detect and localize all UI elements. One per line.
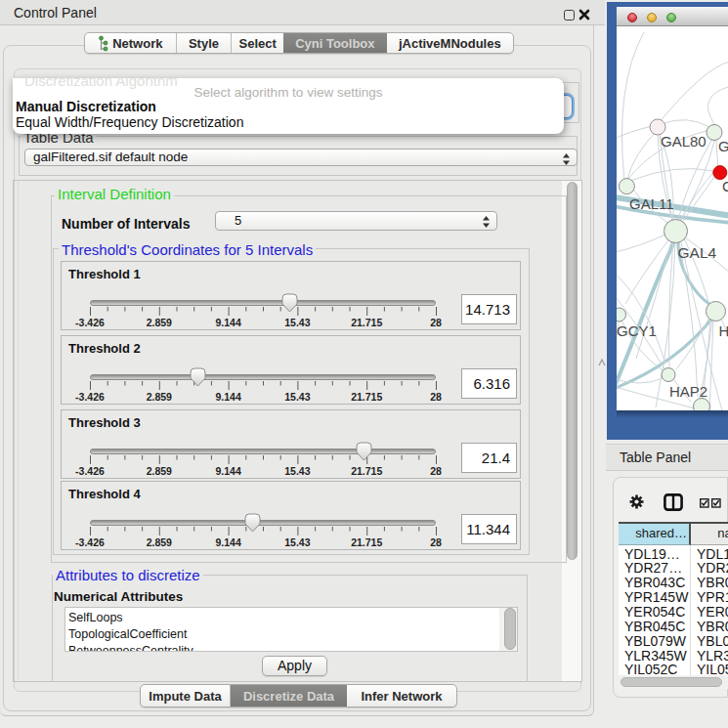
svg-text:GCY1: GCY1	[617, 322, 657, 339]
svg-text:H: H	[719, 322, 728, 339]
svg-text:GAL11: GAL11	[629, 195, 674, 212]
svg-text:HAP2: HAP2	[669, 383, 707, 400]
svg-text:C: C	[722, 178, 728, 194]
svg-text:GAL80: GAL80	[661, 133, 707, 150]
svg-text:GAL4: GAL4	[678, 244, 717, 261]
svg-text:GA: GA	[718, 138, 728, 154]
